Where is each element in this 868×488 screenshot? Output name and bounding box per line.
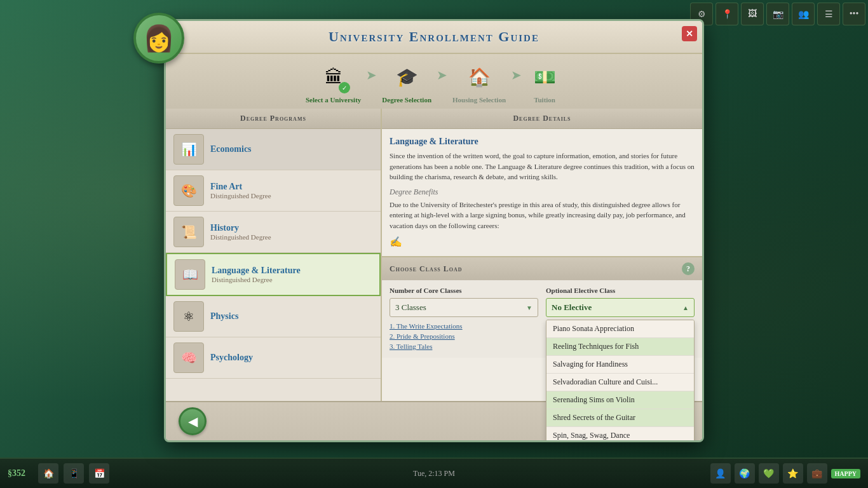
- elective-dropdown[interactable]: Piano Sonata Appreciation Reeling Techni…: [546, 320, 695, 442]
- left-panel: Degree Programs 📊 Economics 🎨 Fine Art D…: [166, 109, 382, 401]
- degree-description: Since the invention of the written word,…: [390, 151, 695, 182]
- degree-name-0: Economics: [210, 144, 373, 154]
- degree-thumb-4: ⚛: [173, 301, 204, 332]
- degree-thumb-3: 📖: [175, 259, 205, 290]
- avatar-emoji: 👩: [143, 24, 175, 53]
- degree-list[interactable]: 📊 Economics 🎨 Fine Art Distinguished Deg…: [166, 129, 381, 401]
- degree-info-3: Language & Literature Distinguished Degr…: [212, 266, 372, 283]
- degree-step-icon: 🎓: [389, 59, 424, 95]
- elective-option-3[interactable]: Selvadoradian Culture and Cuisi...: [546, 374, 694, 391]
- core-dropdown-arrow-icon: ▼: [526, 304, 532, 311]
- tuition-step-icon: 💵: [527, 59, 562, 95]
- tuition-step-label: Tuition: [534, 96, 555, 104]
- wizard-step-university[interactable]: 🏛 ✓ Select a University: [306, 59, 361, 104]
- core-classes-select[interactable]: 3 Classes ▼: [390, 298, 538, 317]
- degree-item-2[interactable]: 📜 History Distinguished Degree: [166, 212, 381, 253]
- elective-label: Optional Elective Class: [546, 287, 695, 294]
- close-button[interactable]: ✕: [682, 26, 697, 41]
- degree-step-label: Degree Selection: [382, 96, 431, 104]
- core-classes-column: Number of Core Classes 3 Classes ▼ 1. Th…: [390, 287, 538, 351]
- degree-info-0: Economics: [210, 144, 373, 154]
- degree-item-1[interactable]: 🎨 Fine Art Distinguished Degree: [166, 170, 381, 212]
- checkmark-icon: ✓: [339, 82, 350, 93]
- degree-name-4: Physics: [210, 311, 373, 322]
- back-icon: ◀: [188, 414, 198, 429]
- elective-option-2[interactable]: Salvaging for Handiness: [546, 356, 694, 374]
- degree-details-header: Degree Details: [382, 109, 702, 129]
- degree-info-5: Psychology: [210, 353, 373, 363]
- class-load-header: Choose Class Load ?: [382, 257, 702, 280]
- elective-option-5[interactable]: Shred Secrets of the Guitar: [546, 409, 694, 427]
- avatar: 👩: [133, 13, 184, 64]
- core-class-0[interactable]: 1. The Write Expectations: [390, 321, 538, 331]
- degree-name-1: Fine Art: [210, 182, 373, 192]
- elective-value: No Elective: [552, 302, 592, 313]
- arrow-2: ➤: [437, 67, 447, 83]
- core-value: 3 Classes: [395, 302, 426, 313]
- elective-option-0[interactable]: Piano Sonata Appreciation: [546, 320, 694, 338]
- degree-programs-header: Degree Programs: [166, 109, 381, 129]
- degree-thumb-1: 🎨: [173, 175, 204, 206]
- degree-item-4[interactable]: ⚛ Physics: [166, 296, 381, 337]
- degree-info-4: Physics: [210, 311, 373, 322]
- avatar-container: 👩: [133, 13, 184, 64]
- career-icon: ✍: [390, 236, 695, 248]
- right-panel: Degree Details Language & Literature Sin…: [382, 109, 702, 401]
- degree-name-2: History: [210, 223, 373, 233]
- degree-name-3: Language & Literature: [212, 266, 372, 276]
- degree-name-5: Psychology: [210, 353, 373, 363]
- wizard-step-degree[interactable]: 🎓 Degree Selection: [382, 59, 431, 104]
- degree-info-2: History Distinguished Degree: [210, 223, 373, 241]
- modal-overlay: University Enrollment Guide ✕ 🏛 ✓ Select…: [0, 0, 868, 488]
- degree-item-0[interactable]: 📊 Economics: [166, 129, 381, 170]
- core-label: Number of Core Classes: [390, 287, 538, 294]
- elective-dropdown-arrow-icon: ▲: [682, 304, 689, 311]
- detail-title: Language & Literature: [390, 137, 695, 147]
- arrow-1: ➤: [366, 67, 377, 83]
- degree-thumb-0: 📊: [173, 134, 204, 165]
- wizard-step-tuition[interactable]: 💵 Tuition: [527, 59, 562, 104]
- wizard-step-housing[interactable]: 🏠 Housing Selection: [452, 59, 506, 104]
- modal-body: Degree Programs 📊 Economics 🎨 Fine Art D…: [166, 109, 702, 401]
- elective-column: Optional Elective Class No Elective ▲ Pi…: [546, 287, 695, 351]
- back-button[interactable]: ◀: [179, 407, 207, 435]
- modal-header: University Enrollment Guide ✕: [166, 21, 702, 54]
- benefits-title: Degree Benefits: [390, 187, 695, 197]
- degree-thumb-2: 📜: [173, 217, 204, 247]
- degree-info-1: Fine Art Distinguished Degree: [210, 182, 373, 200]
- help-button[interactable]: ?: [682, 262, 695, 275]
- wizard-steps: 🏛 ✓ Select a University ➤ 🎓 Degree Selec…: [166, 54, 702, 109]
- degree-details: Language & Literature Since the inventio…: [382, 129, 702, 256]
- degree-thumb-5: 🧠: [173, 342, 204, 373]
- core-classes-list: 1. The Write Expectations 2. Pride & Pre…: [390, 321, 538, 351]
- class-load-title: Choose Class Load: [390, 264, 463, 274]
- university-step-label: Select a University: [306, 96, 361, 104]
- class-load-section: Choose Class Load ? Number of Core Class…: [382, 256, 702, 358]
- degree-sub-3: Distinguished Degree: [212, 276, 372, 283]
- degree-item-3[interactable]: 📖 Language & Literature Distinguished De…: [166, 253, 381, 296]
- elective-select[interactable]: No Elective ▲: [546, 298, 695, 317]
- elective-option-6[interactable]: Spin, Snag, Swag, Dance: [546, 427, 694, 442]
- housing-step-icon: 🏠: [461, 59, 497, 95]
- degree-item-5[interactable]: 🧠 Psychology: [166, 337, 381, 379]
- university-step-icon: 🏛 ✓: [316, 59, 351, 95]
- core-class-1[interactable]: 2. Pride & Prepositions: [390, 331, 538, 341]
- elective-option-1[interactable]: Reeling Techniques for Fish: [546, 338, 694, 356]
- core-class-2[interactable]: 3. Telling Tales: [390, 341, 538, 351]
- elective-option-4[interactable]: Serenading Sims on Violin: [546, 391, 694, 409]
- benefits-text: Due to the University of Britechester's …: [390, 200, 695, 231]
- housing-step-label: Housing Selection: [452, 96, 506, 104]
- modal-title: University Enrollment Guide: [179, 29, 689, 45]
- degree-sub-2: Distinguished Degree: [210, 233, 373, 241]
- enrollment-modal: University Enrollment Guide ✕ 🏛 ✓ Select…: [164, 19, 704, 442]
- degree-sub-1: Distinguished Degree: [210, 192, 373, 200]
- class-load-body: Number of Core Classes 3 Classes ▼ 1. Th…: [382, 280, 702, 358]
- arrow-3: ➤: [511, 67, 522, 83]
